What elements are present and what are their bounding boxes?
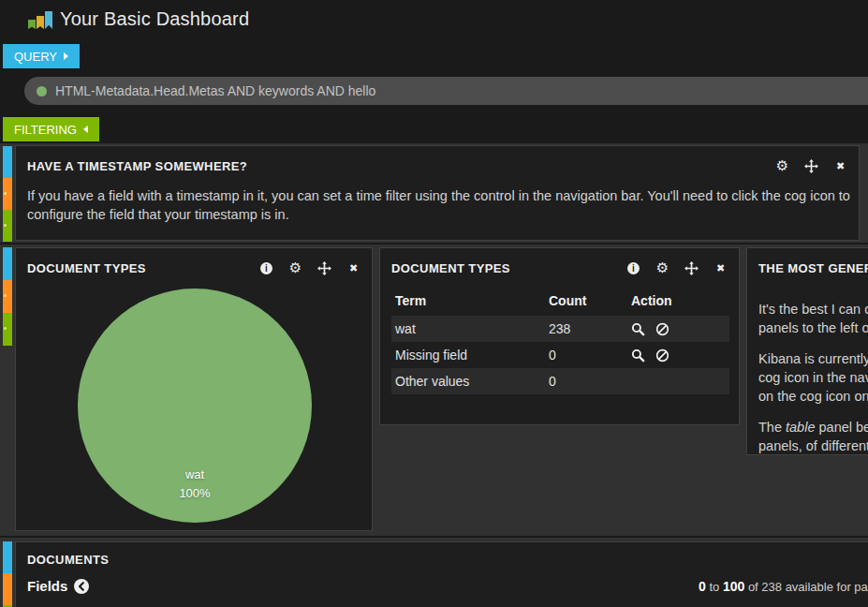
filtering-toggle-button[interactable]: FILTERING: [3, 117, 99, 141]
table-row: wat 238: [391, 316, 729, 342]
term-cell: wat: [391, 316, 545, 342]
paging-to: 100: [723, 579, 744, 594]
query-input[interactable]: HTML-Metadata.Head.Metas AND keywords AN…: [24, 77, 868, 105]
row-tab-group: [3, 541, 12, 607]
close-icon[interactable]: ✖: [714, 261, 728, 275]
paging-rest: of 238 available for paging: [748, 580, 868, 594]
query-color-dot-icon[interactable]: [37, 86, 47, 96]
app-header: Your Basic Dashboard: [0, 0, 868, 43]
row-tab[interactable]: [3, 313, 12, 346]
row-tab[interactable]: [3, 146, 12, 178]
row-tab[interactable]: [3, 178, 12, 210]
chevron-left-circle-icon[interactable]: [74, 579, 89, 594]
logo-flag: [45, 11, 52, 29]
info-icon[interactable]: i: [627, 262, 640, 274]
document-types-table-panel: DOCUMENT TYPES i ⚙ ✖ Term Count Action w…: [379, 247, 740, 425]
query-button-label: QUERY: [14, 50, 57, 64]
filtering-button-label: FILTERING: [14, 123, 77, 137]
timestamp-panel: HAVE A TIMESTAMP SOMEWHERE? ⚙ ✖ If you h…: [15, 145, 860, 241]
search-icon[interactable]: [631, 322, 645, 336]
gear-icon[interactable]: ⚙: [288, 261, 302, 275]
count-cell: 238: [545, 316, 627, 342]
column-header-term[interactable]: Term: [391, 288, 545, 316]
panel-title: DOCUMENT TYPES: [391, 261, 510, 275]
terms-table: Term Count Action wat 238 Missing field …: [391, 288, 729, 394]
dashboard-title: Your Basic Dashboard: [60, 8, 249, 30]
kibana-logo-icon: [28, 11, 54, 29]
row-tab[interactable]: [3, 541, 12, 573]
table-row: Other values 0: [391, 368, 729, 394]
close-icon[interactable]: ✖: [833, 159, 847, 173]
column-header-count[interactable]: Count: [545, 288, 627, 316]
row-document-types: DOCUMENT TYPES i ⚙ ✖ wat 100% DOCUMENT T…: [0, 244, 868, 536]
row-documents: DOCUMENTS Fields 0 to 100 of 238 availab…: [0, 538, 868, 607]
fields-label: Fields: [27, 578, 67, 594]
row-timestamp: HAVE A TIMESTAMP SOMEWHERE? ⚙ ✖ If you h…: [0, 143, 868, 243]
panel-title: THE MOST GENERIC OF PANELS: [758, 261, 868, 275]
row-tab-group: [3, 247, 12, 346]
query-toggle-button[interactable]: QUERY: [3, 44, 80, 68]
ban-icon[interactable]: [655, 322, 669, 336]
pie-slice-percent: 100%: [78, 486, 312, 500]
paging-status: 0 to 100 of 238 available for paging: [699, 579, 868, 594]
row-tab[interactable]: [3, 247, 12, 280]
ban-icon[interactable]: [655, 348, 669, 363]
caret-left-icon: [83, 126, 88, 133]
row-tab-group: [3, 146, 12, 242]
panel-title: HAVE A TIMESTAMP SOMEWHERE?: [27, 159, 247, 173]
gear-icon[interactable]: ⚙: [775, 159, 789, 173]
documents-panel: DOCUMENTS Fields: [15, 541, 868, 607]
panel-title: DOCUMENTS: [27, 553, 109, 567]
move-icon[interactable]: [804, 159, 818, 173]
timestamp-panel-text: If you have a field with a timestamp in …: [27, 186, 850, 224]
pie-slice-label: wat: [78, 467, 312, 481]
info-icon[interactable]: i: [260, 262, 272, 274]
table-row: Missing field 0: [391, 342, 729, 368]
term-cell: Other values: [391, 368, 545, 394]
fields-toggle[interactable]: Fields: [27, 578, 89, 594]
column-header-action: Action: [627, 288, 729, 316]
row-tab[interactable]: [3, 210, 12, 242]
generic-text-panel: THE MOST GENERIC OF PANELS It's the best…: [746, 247, 868, 455]
document-types-pie-panel: DOCUMENT TYPES i ⚙ ✖ wat 100%: [15, 247, 373, 531]
count-cell: 0: [545, 342, 627, 368]
row-tab[interactable]: [3, 573, 12, 605]
panel-title: DOCUMENT TYPES: [27, 261, 146, 275]
count-cell: 0: [545, 368, 627, 394]
move-icon[interactable]: [317, 261, 331, 275]
logo-flag: [37, 16, 44, 29]
row-tab[interactable]: [3, 280, 12, 313]
term-cell: Missing field: [391, 342, 545, 368]
search-icon[interactable]: [631, 348, 645, 363]
caret-right-icon: [64, 52, 68, 60]
logo-flag: [28, 20, 36, 29]
generic-text-panel-body: It's the best I can do without panels to…: [758, 288, 868, 467]
query-value: HTML-Metadata.Head.Metas AND keywords AN…: [55, 83, 375, 98]
gear-icon[interactable]: ⚙: [655, 261, 669, 275]
move-icon[interactable]: [684, 261, 699, 275]
paging-from: 0: [699, 579, 706, 594]
close-icon[interactable]: ✖: [346, 261, 360, 275]
